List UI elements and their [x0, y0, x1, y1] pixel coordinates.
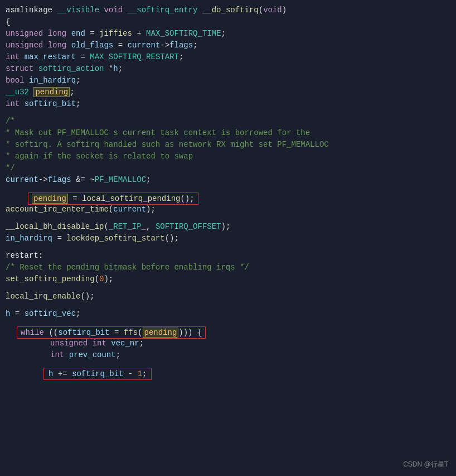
code-line-7: bool in_hardirq; [3, 76, 450, 88]
code-line-6: struct softirq_action *h; [3, 64, 450, 76]
code-line-13: __local_bh_disable_ip(_RET_IP_, SOFTIRQ_… [3, 222, 450, 234]
code-line-restart: restart: [3, 251, 450, 263]
empty-line-3 [3, 217, 450, 222]
code-line-15: set_softirq_pending(0); [3, 275, 450, 286]
red-box-pending: pending = local_softirq_pending(); [28, 193, 198, 205]
code-line-comment5: */ [3, 164, 450, 175]
empty-line-8 [3, 362, 450, 368]
code-line-16: local_irq_enable(); [3, 292, 450, 304]
code-line-5: int max_restart = MAX_SOFTIRQ_RESTART; [3, 52, 450, 64]
code-line-1: asmlinkage __visible void __softirq_entr… [3, 6, 450, 17]
empty-line-2 [3, 187, 450, 193]
empty-line-5 [3, 286, 450, 292]
code-line-11-wrapper: pending = local_softirq_pending(); [3, 193, 450, 205]
code-line-21-wrapper: h += softirq_bit - 1; [3, 368, 450, 380]
code-line-comment1: /* [3, 117, 450, 128]
code-editor: asmlinkage __visible void __softirq_entr… [0, 0, 456, 476]
code-line-12: account_irq_enter_time(current); [3, 205, 450, 217]
empty-line-1 [3, 111, 450, 117]
code-line-19: unsigned int vec_nr; [3, 339, 450, 350]
code-line-comment3: * softirq. A softirq handled such as net… [3, 140, 450, 152]
red-box-h: h += softirq_bit - 1; [43, 368, 152, 380]
code-line-4: unsigned long old_flags = current->flags… [3, 41, 450, 52]
empty-line-4 [3, 246, 450, 251]
code-line-8: __u32 pending; [3, 88, 450, 99]
watermark: CSDN @行星T [403, 460, 448, 469]
code-line-20: int prev_count; [3, 350, 450, 362]
code-line-10: current->flags &= ~PF_MEMALLOC; [3, 175, 450, 187]
code-line-9: int softirq_bit; [3, 99, 450, 111]
code-line-3: unsigned long end = jiffies + MAX_SOFTIR… [3, 29, 450, 41]
empty-line-7 [3, 321, 450, 326]
red-box-while: while ((softirq_bit = ffs(pending))) { [17, 326, 206, 339]
code-line-18-wrapper: while ((softirq_bit = ffs(pending))) { [3, 326, 450, 339]
code-line-comment2: * Mask out PF_MEMALLOC s current task co… [3, 128, 450, 140]
code-line-14: in_hardirq = lockdep_softirq_start(); [3, 234, 450, 246]
empty-line-6 [3, 304, 450, 309]
code-line-2: { [3, 17, 450, 29]
code-line-comment4: * again if the socket is related to swap [3, 152, 450, 164]
code-line-comment6: /* Reset the pending bitmask before enab… [3, 263, 450, 275]
code-line-17: h = softirq_vec; [3, 309, 450, 321]
